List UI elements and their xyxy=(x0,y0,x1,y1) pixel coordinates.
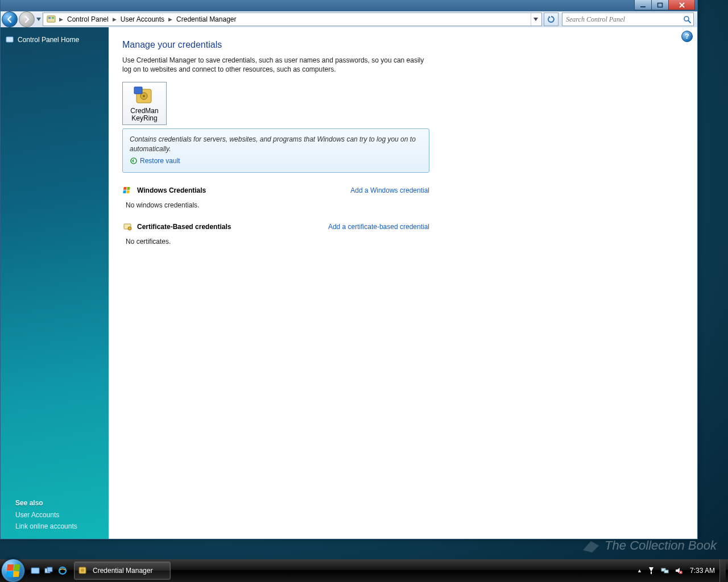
add-windows-credential-link[interactable]: Add a Windows credential xyxy=(350,186,429,194)
svg-point-21 xyxy=(59,567,66,574)
back-button[interactable] xyxy=(2,11,18,27)
windows-flag-icon xyxy=(122,185,133,196)
forward-button[interactable] xyxy=(19,11,35,27)
chevron-right-icon: ▶ xyxy=(58,16,64,22)
svg-rect-15 xyxy=(126,190,130,193)
breadcrumb-credential-manager[interactable]: Credential Manager xyxy=(173,13,239,26)
close-button[interactable] xyxy=(668,0,695,10)
tray-overflow-icon[interactable]: ▲ xyxy=(637,568,642,573)
taskbar: Credential Manager ▲ 7:33 AM xyxy=(0,559,728,582)
volume-icon[interactable] xyxy=(673,566,684,576)
svg-rect-24 xyxy=(651,572,652,574)
svg-point-17 xyxy=(128,227,131,230)
maximize-button[interactable] xyxy=(651,0,669,10)
windows-credentials-empty: No windows credentials. xyxy=(126,201,429,209)
content-pane: ? Manage your credentials Use Credential… xyxy=(109,27,697,539)
sidebar-see-also-heading: See also xyxy=(1,497,109,509)
svg-rect-14 xyxy=(123,190,126,193)
action-center-icon[interactable] xyxy=(646,566,656,576)
control-panel-icon xyxy=(47,15,56,24)
breadcrumb-control-panel[interactable]: Control Panel xyxy=(64,13,111,26)
certificate-icon xyxy=(122,222,133,232)
svg-rect-3 xyxy=(48,17,51,19)
page-title: Manage your credentials xyxy=(122,40,429,50)
control-panel-home-icon xyxy=(5,35,14,44)
help-button[interactable]: ? xyxy=(681,31,693,42)
breadcrumb-user-accounts[interactable]: User Accounts xyxy=(118,13,167,26)
titlebar[interactable] xyxy=(1,0,697,11)
svg-point-23 xyxy=(81,569,84,572)
page-description: Use Credential Manager to save credentia… xyxy=(122,56,429,74)
svg-rect-18 xyxy=(31,568,39,573)
section-title: Windows Credentials xyxy=(137,186,350,194)
show-desktop-button[interactable] xyxy=(719,559,726,582)
start-button[interactable] xyxy=(1,559,25,582)
nav-toolbar: ▶ Control Panel ▶ User Accounts ▶ Creden… xyxy=(1,11,697,28)
svg-rect-10 xyxy=(134,87,142,94)
svg-rect-0 xyxy=(640,6,646,7)
chevron-right-icon: ▶ xyxy=(111,16,118,22)
taskbar-clock[interactable]: 7:33 AM xyxy=(690,567,715,575)
explorer-window: ▶ Control Panel ▶ User Accounts ▶ Creden… xyxy=(0,0,698,539)
svg-rect-1 xyxy=(657,3,662,7)
restore-icon xyxy=(130,157,138,165)
network-icon[interactable] xyxy=(660,566,670,576)
refresh-button[interactable] xyxy=(544,13,559,26)
address-bar[interactable]: ▶ Control Panel ▶ User Accounts ▶ Creden… xyxy=(43,13,542,26)
sidebar-control-panel-home[interactable]: Control Panel Home xyxy=(1,33,109,47)
certificate-credentials-empty: No certificates. xyxy=(126,238,429,246)
svg-rect-12 xyxy=(123,187,127,190)
svg-rect-20 xyxy=(47,567,52,572)
minimize-button[interactable] xyxy=(634,0,652,10)
vault-info-text: Contains credentials for servers, websit… xyxy=(130,135,422,153)
sidebar-item-label: Control Panel Home xyxy=(18,36,79,44)
sidebar: Control Panel Home See also User Account… xyxy=(1,27,109,539)
internet-explorer-icon[interactable] xyxy=(57,565,68,576)
search-input[interactable] xyxy=(562,15,681,24)
address-dropdown[interactable] xyxy=(531,13,540,26)
taskbar-item-credential-manager[interactable]: Credential Manager xyxy=(74,562,171,580)
vault-icon xyxy=(78,566,88,576)
section-certificate-credentials: Certificate-Based credentials Add a cert… xyxy=(122,222,429,232)
vault-tile[interactable]: CredMan KeyRing xyxy=(122,82,167,125)
vault-label: CredMan KeyRing xyxy=(123,107,166,122)
svg-rect-2 xyxy=(47,16,55,22)
section-title: Certificate-Based credentials xyxy=(137,223,328,231)
sidebar-link-user-accounts[interactable]: User Accounts xyxy=(1,509,109,521)
svg-rect-6 xyxy=(6,37,13,42)
svg-rect-13 xyxy=(127,187,130,190)
search-icon[interactable] xyxy=(681,13,693,26)
svg-rect-26 xyxy=(664,570,668,573)
switch-windows-icon[interactable] xyxy=(43,565,55,576)
system-tray: ▲ 7:33 AM xyxy=(635,559,728,582)
chevron-right-icon: ▶ xyxy=(167,16,173,22)
vault-info-panel: Contains credentials for servers, websit… xyxy=(122,128,429,172)
watermark: The Collection Book xyxy=(582,538,717,554)
section-windows-credentials: Windows Credentials Add a Windows creden… xyxy=(122,185,429,196)
sidebar-link-link-online-accounts[interactable]: Link online accounts xyxy=(1,521,109,532)
add-certificate-credential-link[interactable]: Add a certificate-based credential xyxy=(328,223,429,231)
svg-point-9 xyxy=(143,95,145,97)
restore-vault-link[interactable]: Restore vault xyxy=(130,157,180,165)
quick-launch xyxy=(28,565,69,576)
search-box[interactable] xyxy=(562,13,694,26)
svg-rect-4 xyxy=(52,17,54,19)
vault-icon xyxy=(133,86,156,106)
taskbar-item-label: Credential Manager xyxy=(93,567,152,575)
show-desktop-icon[interactable] xyxy=(30,565,41,576)
recent-pages-dropdown[interactable] xyxy=(36,14,42,24)
